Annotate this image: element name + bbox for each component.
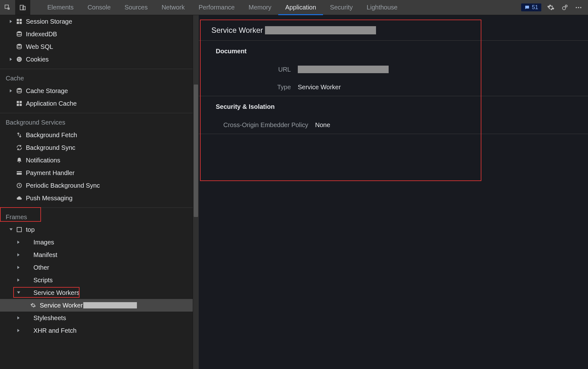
svg-point-5: [576, 7, 577, 8]
application-sidebar[interactable]: Session StorageIndexedDBWeb SQLCookies C…: [0, 15, 193, 369]
tab-performance[interactable]: Performance: [192, 0, 242, 15]
section-frames-title: Frames: [6, 214, 27, 220]
main-split: Session StorageIndexedDBWeb SQLCookies C…: [0, 15, 588, 369]
tabbar-right: 51: [521, 0, 588, 15]
disclosure-arrow-icon[interactable]: [9, 57, 13, 62]
disclosure-arrow-icon[interactable]: [9, 89, 13, 93]
cloud-icon: [15, 195, 23, 201]
disclosure-arrow-icon[interactable]: [16, 328, 21, 333]
console-message-count-value: 51: [532, 4, 538, 11]
svg-rect-25: [17, 172, 22, 173]
tree-row[interactable]: Web SQL: [0, 40, 193, 53]
tree-row[interactable]: Images: [0, 236, 193, 249]
disclosure-arrow-icon[interactable]: [16, 253, 21, 257]
tree-row[interactable]: Background Fetch: [0, 129, 193, 141]
svg-rect-8: [17, 19, 19, 21]
svg-rect-24: [17, 171, 22, 175]
settings-icon[interactable]: [546, 3, 555, 12]
device-toolbar-button[interactable]: [15, 0, 30, 15]
svg-rect-21: [20, 101, 22, 103]
tree-row[interactable]: Push Messaging: [0, 192, 193, 204]
tab-lighthouse[interactable]: Lighthouse: [360, 0, 404, 15]
card-icon: [15, 170, 23, 176]
disclosure-arrow-icon[interactable]: [16, 240, 21, 244]
disclosure-arrow-icon[interactable]: [9, 19, 13, 24]
tab-elements[interactable]: Elements: [40, 0, 80, 15]
tree-row[interactable]: Scripts: [0, 274, 193, 286]
svg-rect-22: [17, 104, 19, 106]
tree-row[interactable]: Stylesheets: [0, 312, 193, 324]
tree-row[interactable]: top: [0, 223, 193, 236]
disclosure-arrow-icon[interactable]: [16, 316, 21, 320]
panel-tabs: ElementsConsoleSourcesNetworkPerformance…: [40, 0, 404, 15]
url-label: URL: [216, 66, 298, 73]
tree-row-label: Cookies: [26, 56, 49, 63]
svg-point-12: [17, 31, 21, 33]
disclosure-arrow-icon[interactable]: [16, 265, 21, 270]
gear-icon: [29, 302, 37, 308]
tab-memory[interactable]: Memory: [242, 0, 278, 15]
cookie-icon: [15, 56, 23, 62]
detail-title-redacted: [265, 26, 376, 34]
svg-rect-11: [20, 22, 22, 24]
tree-row[interactable]: Cache Storage: [0, 85, 193, 97]
svg-point-17: [19, 60, 20, 61]
tab-security[interactable]: Security: [323, 0, 360, 15]
tab-console[interactable]: Console: [80, 0, 117, 15]
section-document-title: Document: [199, 41, 588, 61]
tree-row-redacted: [83, 302, 137, 308]
tree-row-label: Images: [33, 239, 54, 246]
detail-header: Service Worker: [199, 20, 588, 41]
svg-rect-9: [20, 19, 22, 21]
row-coep: Cross-Origin Embedder Policy None: [199, 116, 588, 134]
more-icon[interactable]: [574, 3, 583, 12]
tree-row-label: Background Fetch: [26, 132, 77, 139]
svg-point-6: [578, 7, 579, 8]
tree-row[interactable]: Service Workers: [0, 286, 193, 299]
tree-row[interactable]: Notifications: [0, 154, 193, 167]
inspect-element-button[interactable]: [0, 0, 15, 15]
divider: [0, 69, 193, 69]
svg-rect-23: [20, 104, 22, 106]
console-message-count[interactable]: 51: [521, 3, 541, 11]
svg-rect-2: [23, 6, 25, 10]
tree-row[interactable]: Background Sync: [0, 141, 193, 154]
tree-row-label: Service Workers: [33, 289, 79, 296]
scrollbar-thumb[interactable]: [194, 85, 198, 217]
tree-row[interactable]: Session Storage: [0, 15, 193, 28]
coep-value: None: [315, 121, 330, 129]
tree-row[interactable]: Manifest: [0, 249, 193, 261]
tree-row[interactable]: Payment Handler: [0, 167, 193, 179]
tab-application[interactable]: Application: [278, 0, 323, 15]
svg-point-4: [565, 5, 567, 7]
tree-row-label: XHR and Fetch: [33, 327, 77, 334]
sync-icon: [15, 144, 23, 151]
svg-point-19: [17, 88, 21, 90]
whatsnew-icon[interactable]: [560, 3, 569, 12]
tree-row[interactable]: Application Cache: [0, 97, 193, 110]
sidebar-scrollbar-gutter[interactable]: [193, 15, 199, 369]
tab-sources[interactable]: Sources: [118, 0, 155, 15]
tree-row-label: IndexedDB: [26, 31, 57, 38]
detail-pane: Service Worker Document URL Type Service…: [199, 15, 588, 369]
bell-icon: [15, 157, 23, 163]
tree-row[interactable]: Periodic Background Sync: [0, 179, 193, 192]
db-icon: [15, 31, 23, 37]
tree-row[interactable]: Cookies: [0, 53, 193, 66]
tree-row[interactable]: XHR and Fetch: [0, 324, 193, 337]
row-url: URL: [199, 61, 588, 78]
tree-row[interactable]: IndexedDB: [0, 28, 193, 40]
disclosure-arrow-icon[interactable]: [16, 290, 21, 295]
tree-row[interactable]: Service Worker: [0, 299, 193, 312]
divider: [0, 113, 193, 113]
tree-row-label: Payment Handler: [26, 169, 75, 177]
disclosure-arrow-icon[interactable]: [16, 278, 21, 282]
disclosure-arrow-icon[interactable]: [9, 227, 13, 232]
tree-row[interactable]: Other: [0, 261, 193, 274]
svg-point-18: [20, 60, 21, 60]
divider: [0, 208, 193, 208]
type-label: Type: [216, 84, 298, 91]
tree-row-label: top: [26, 226, 35, 233]
grid-icon: [15, 100, 23, 107]
tab-network[interactable]: Network: [155, 0, 191, 15]
